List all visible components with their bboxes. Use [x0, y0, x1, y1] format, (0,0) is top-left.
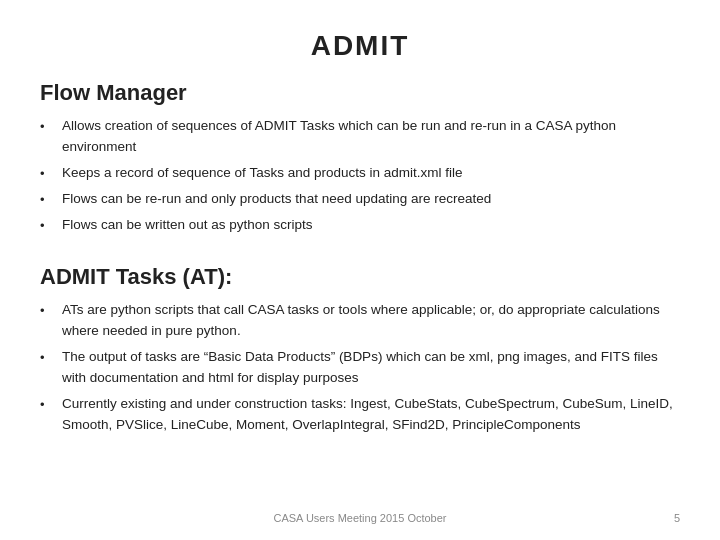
list-item: •Flows can be written out as python scri…: [40, 215, 680, 236]
section1-bullets: •Allows creation of sequences of ADMIT T…: [40, 116, 680, 236]
slide: ADMIT Flow Manager •Allows creation of s…: [0, 0, 720, 540]
bullet-dot: •: [40, 164, 56, 184]
list-item: •ATs are python scripts that call CASA t…: [40, 300, 680, 342]
slide-title: ADMIT: [40, 30, 680, 62]
bullet-dot: •: [40, 395, 56, 415]
bullet-dot: •: [40, 348, 56, 368]
section2-heading: ADMIT Tasks (AT):: [40, 264, 680, 290]
bullet-dot: •: [40, 216, 56, 236]
footer: CASA Users Meeting 2015 October 5: [0, 512, 720, 524]
section1-heading: Flow Manager: [40, 80, 680, 106]
bullet-dot: •: [40, 117, 56, 137]
list-item: •Allows creation of sequences of ADMIT T…: [40, 116, 680, 158]
list-item: •Keeps a record of sequence of Tasks and…: [40, 163, 680, 184]
list-item: •Currently existing and under constructi…: [40, 394, 680, 436]
bullet-dot: •: [40, 190, 56, 210]
bullet-dot: •: [40, 301, 56, 321]
section2-bullets: •ATs are python scripts that call CASA t…: [40, 300, 680, 436]
list-item: •Flows can be re-run and only products t…: [40, 189, 680, 210]
footer-page: 5: [674, 512, 680, 524]
footer-text: CASA Users Meeting 2015 October: [0, 512, 720, 524]
list-item: •The output of tasks are “Basic Data Pro…: [40, 347, 680, 389]
